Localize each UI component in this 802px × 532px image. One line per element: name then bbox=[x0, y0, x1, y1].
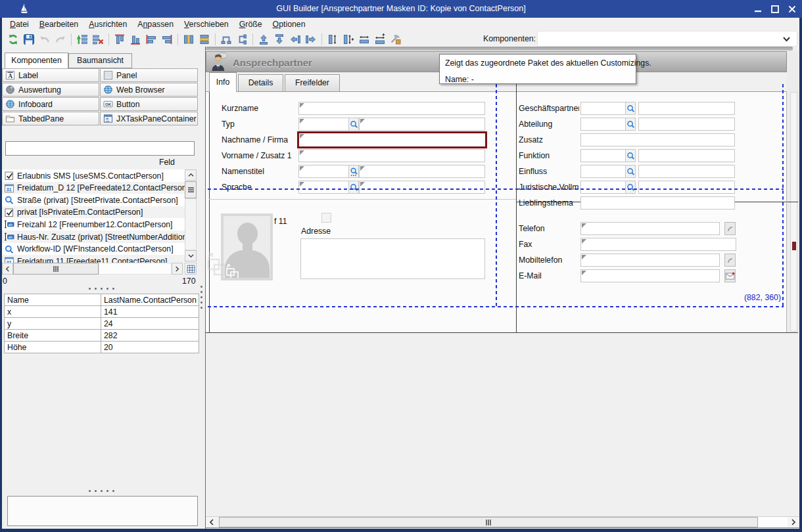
sort-up-icon[interactable] bbox=[76, 33, 89, 46]
canvas-scroll-right[interactable] bbox=[788, 517, 799, 527]
form-input[interactable] bbox=[580, 149, 626, 162]
field-list-item[interactable]: abHaus-Nr. Zusatz (privat) [StreetNumber… bbox=[2, 231, 185, 243]
size-width-icon[interactable] bbox=[358, 33, 371, 46]
field-list-item[interactable]: privat [IsPrivateEm.ContactPerson] bbox=[2, 206, 185, 219]
form-input[interactable] bbox=[580, 196, 735, 210]
palette-label[interactable]: ALabel bbox=[2, 68, 99, 82]
form-input[interactable] bbox=[298, 102, 485, 115]
customize-tools-icon[interactable] bbox=[389, 33, 402, 46]
property-value[interactable]: 282 bbox=[101, 330, 199, 342]
menu-item-gre[interactable]: Größe bbox=[234, 18, 268, 30]
menu-item-bearbeiten[interactable]: Bearbeiten bbox=[34, 18, 83, 30]
align-right-icon[interactable] bbox=[160, 33, 174, 46]
property-value[interactable]: 141 bbox=[101, 306, 199, 318]
delete-rows-icon[interactable] bbox=[91, 33, 105, 46]
field-list-item[interactable]: Workflow-ID [WFInstanceId.ContactPerson] bbox=[2, 243, 185, 255]
field-list-item[interactable]: 31Freidatum 11 [Freedate11.ContactPerson… bbox=[2, 255, 185, 263]
canvas-scroll-left[interactable] bbox=[206, 517, 218, 527]
designer-tab-freifelder[interactable]: Freifelder bbox=[285, 74, 340, 92]
form-input[interactable] bbox=[638, 165, 735, 178]
splitter-handle[interactable] bbox=[89, 288, 114, 290]
palette-panel[interactable]: Panel bbox=[100, 68, 198, 82]
form-input[interactable] bbox=[298, 149, 485, 162]
title-bar[interactable]: GUI Builder [Ansprechpartner Masken ID: … bbox=[0, 0, 802, 18]
form-input[interactable] bbox=[580, 181, 626, 194]
menu-item-datei[interactable]: Datei bbox=[5, 18, 34, 30]
komponenten-combobox[interactable] bbox=[537, 31, 797, 47]
form-input[interactable] bbox=[580, 118, 626, 131]
size-width-plus-icon[interactable] bbox=[373, 33, 387, 46]
list-scroll-right[interactable] bbox=[172, 263, 183, 275]
palette-tabbedpane[interactable]: TabbedPane bbox=[2, 112, 99, 125]
form-input[interactable] bbox=[638, 181, 735, 194]
lookup-button[interactable] bbox=[625, 102, 636, 115]
lookup-button[interactable] bbox=[348, 118, 359, 131]
phone-button[interactable] bbox=[724, 222, 736, 235]
align-left-icon[interactable] bbox=[145, 33, 158, 46]
menu-item-ausrichten[interactable]: Ausrichten bbox=[83, 18, 132, 30]
designer-tab-details[interactable]: Details bbox=[238, 74, 283, 92]
tab-komponenten[interactable]: Komponenten bbox=[5, 53, 68, 68]
move-right-icon[interactable] bbox=[304, 33, 318, 46]
lookup-button[interactable] bbox=[625, 165, 636, 178]
move-left-icon[interactable] bbox=[289, 33, 302, 46]
bracket-left-icon[interactable] bbox=[235, 33, 248, 46]
list-scroll-down[interactable] bbox=[185, 250, 197, 261]
list-scroll-up[interactable] bbox=[185, 169, 197, 181]
palette-jxtaskpanecontainer[interactable]: JXTaskPaneContainer bbox=[100, 112, 198, 125]
field-search-input[interactable] bbox=[5, 141, 195, 156]
close-button[interactable] bbox=[788, 5, 797, 14]
form-input[interactable] bbox=[359, 165, 485, 178]
align-top-icon[interactable] bbox=[113, 33, 126, 46]
form-input[interactable] bbox=[298, 181, 349, 194]
move-down-icon[interactable] bbox=[273, 33, 286, 46]
minimize-button[interactable] bbox=[753, 5, 763, 14]
property-value[interactable]: LastName.ContactPerson bbox=[101, 294, 199, 306]
menu-item-anpassen[interactable]: Anpassen bbox=[132, 18, 179, 30]
form-input[interactable] bbox=[580, 102, 626, 115]
field-list-item[interactable]: Erlaubnis SMS [useSMS.ContactPerson] bbox=[2, 169, 185, 182]
form-input[interactable] bbox=[580, 254, 720, 267]
form-input[interactable] bbox=[298, 118, 349, 131]
field-list-item[interactable]: 31Freidatum_D 12 [PeFreedate12.ContactPe… bbox=[2, 182, 185, 194]
form-input[interactable] bbox=[359, 181, 485, 194]
form-input[interactable] bbox=[580, 165, 626, 178]
address-checkbox[interactable] bbox=[321, 213, 331, 223]
property-value[interactable]: 24 bbox=[101, 318, 199, 330]
form-input[interactable] bbox=[580, 238, 736, 251]
undo-icon[interactable] bbox=[38, 33, 51, 46]
palette-button[interactable]: OKButton bbox=[100, 97, 198, 111]
canvas-scroll-thumb[interactable] bbox=[219, 517, 758, 527]
menu-item-verschieben[interactable]: Verschieben bbox=[179, 18, 234, 30]
splitter-handle-2[interactable] bbox=[89, 490, 114, 492]
form-input[interactable] bbox=[580, 222, 720, 235]
form-input[interactable] bbox=[638, 102, 735, 115]
bracket-top-icon[interactable] bbox=[220, 33, 233, 46]
canvas-scroll-track[interactable] bbox=[758, 517, 788, 527]
columns-icon[interactable] bbox=[182, 33, 195, 46]
list-hscroll-thumb[interactable] bbox=[13, 263, 99, 275]
move-up-icon[interactable] bbox=[257, 33, 270, 46]
rows-icon[interactable] bbox=[198, 33, 211, 46]
selected-field[interactable] bbox=[297, 131, 487, 148]
redo-icon[interactable] bbox=[54, 33, 67, 46]
align-bottom-icon[interactable] bbox=[129, 33, 142, 46]
address-textarea[interactable] bbox=[300, 238, 485, 279]
designer-tab-info[interactable]: Info bbox=[209, 72, 237, 92]
menu-item-optionen[interactable]: Optionen bbox=[268, 18, 311, 30]
property-value[interactable]: 20 bbox=[101, 342, 199, 353]
size-height-plus-icon[interactable] bbox=[342, 33, 355, 46]
list-scroll-left[interactable] bbox=[2, 263, 13, 275]
palette-auswertung[interactable]: Auswertung bbox=[2, 83, 99, 97]
maximize-button[interactable] bbox=[770, 5, 780, 14]
grid-view-button[interactable] bbox=[185, 263, 197, 275]
lookup-button[interactable] bbox=[625, 181, 636, 194]
form-input[interactable] bbox=[298, 165, 349, 178]
palette-infoboard[interactable]: Infoboard bbox=[2, 97, 99, 111]
form-input[interactable] bbox=[638, 149, 735, 162]
list-scroll-track[interactable] bbox=[185, 198, 197, 250]
lookup-button[interactable] bbox=[348, 181, 359, 194]
mail-button[interactable] bbox=[724, 269, 736, 282]
save-icon[interactable] bbox=[22, 33, 35, 46]
refresh-icon[interactable] bbox=[7, 33, 20, 46]
